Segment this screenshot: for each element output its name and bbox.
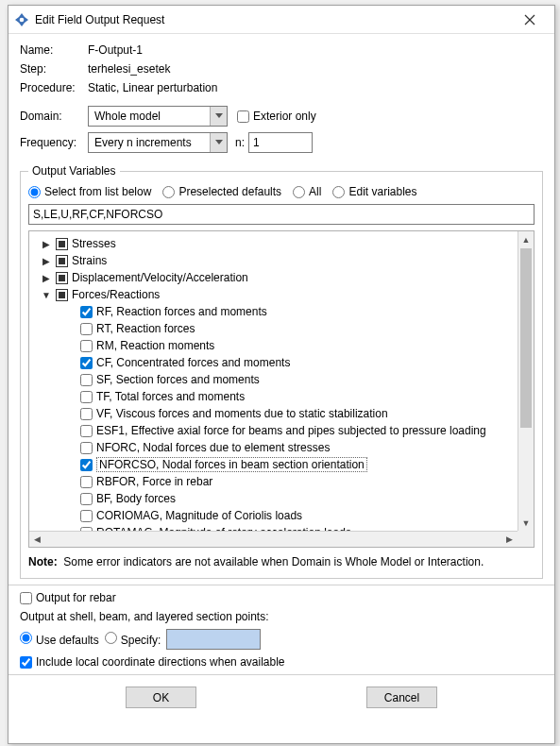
tree-item-label: ESF1, Effective axial force for beams an… [96, 424, 486, 437]
domain-dropdown-text: Whole model [89, 107, 179, 126]
tree-item-checkbox[interactable] [80, 306, 93, 318]
tree-item-label: CF, Concentrated forces and moments [96, 356, 290, 369]
window-title: Edit Field Output Request [35, 13, 511, 26]
tree-item-checkbox[interactable] [80, 391, 93, 403]
tree-item-checkbox[interactable] [80, 425, 93, 437]
tree-item[interactable]: BF, Body forces [80, 490, 516, 507]
tree-item-label: TF, Total forces and moments [96, 390, 245, 403]
tree-category-forces[interactable]: ▼ Forces/Reactions [41, 286, 516, 303]
radio-specify[interactable]: Specify: [105, 632, 161, 647]
collapse-icon: ▼ [41, 290, 52, 300]
tree-viewport[interactable]: ▶ Stresses ▶ Strains ▶ Displacement/Velo… [29, 231, 518, 531]
freq-n-input[interactable] [248, 132, 313, 153]
tree-item[interactable]: VF, Viscous forces and moments due to st… [80, 405, 516, 422]
step-label: Step: [20, 62, 88, 76]
include-local-coord-checkbox[interactable]: Include local coordinate directions when… [20, 655, 537, 669]
cancel-button[interactable]: Cancel [366, 687, 437, 708]
radio-edit-variables[interactable]: Edit variables [332, 185, 416, 198]
specify-field[interactable] [166, 629, 261, 650]
scroll-down-icon: ▼ [518, 515, 534, 531]
domain-dropdown[interactable]: Whole model [88, 106, 228, 127]
tree-item[interactable]: RBFOR, Force in rebar [80, 473, 516, 490]
section-points-heading: Output at shell, beam, and layered secti… [20, 610, 543, 623]
title-bar: Edit Field Output Request [8, 6, 554, 34]
exterior-only-label: Exterior only [253, 110, 316, 123]
tree-item-checkbox[interactable] [80, 493, 93, 505]
output-mode-radios: Select from list below Preselected defau… [28, 185, 535, 198]
tree-item[interactable]: RT, Reaction forces [80, 320, 516, 337]
tree-item-label: NFORC, Nodal forces due to element stres… [96, 441, 330, 454]
tree-item[interactable]: CF, Concentrated forces and moments [80, 354, 516, 371]
tree-item[interactable]: NFORCSO, Nodal forces in beam section or… [80, 456, 516, 473]
svg-marker-4 [215, 113, 223, 118]
procedure-label: Procedure: [20, 81, 88, 94]
frequency-label: Frequency: [20, 136, 88, 149]
expand-icon: ▶ [41, 256, 52, 266]
tree-item[interactable]: RM, Reaction moments [80, 337, 516, 354]
dialog-content: Name: F-Output-1 Step: terhelesi_esetek … [8, 34, 554, 743]
tree-item-label: RT, Reaction forces [96, 322, 195, 335]
name-label: Name: [20, 43, 88, 57]
output-variables-group: Output Variables Select from list below … [20, 164, 543, 579]
step-value: terhelesi_esetek [88, 62, 170, 76]
tree-item-checkbox[interactable] [80, 442, 93, 454]
scrollbar-thumb[interactable] [520, 248, 532, 428]
exterior-only-checkbox[interactable]: Exterior only [237, 110, 316, 123]
tree-category-strains[interactable]: ▶ Strains [41, 252, 516, 269]
horizontal-scrollbar[interactable]: ◀ ▶ [29, 531, 518, 547]
tree-item-checkbox[interactable] [80, 323, 93, 335]
procedure-value: Static, Linear perturbation [88, 81, 217, 94]
ok-button[interactable]: OK [126, 687, 196, 708]
close-icon [524, 14, 535, 25]
radio-use-defaults[interactable]: Use defaults [20, 632, 99, 647]
tree-item-checkbox[interactable] [80, 340, 93, 352]
tree-item[interactable]: NFORC, Nodal forces due to element stres… [80, 439, 516, 456]
tree-item-label: CORIOMAG, Magnitude of Coriolis loads [96, 509, 302, 522]
tree-item-label: RF, Reaction forces and moments [96, 305, 267, 318]
tree-item-label: BF, Body forces [96, 492, 176, 505]
tree-category-stresses[interactable]: ▶ Stresses [41, 235, 516, 252]
tree-item-checkbox[interactable] [80, 459, 93, 471]
tree-item-label: SF, Section forces and moments [96, 373, 260, 386]
radio-select-list[interactable]: Select from list below [28, 185, 151, 198]
expand-icon: ▶ [41, 239, 52, 249]
tree-item-checkbox[interactable] [80, 357, 93, 369]
frequency-dropdown[interactable]: Every n increments [88, 132, 228, 153]
tree-item[interactable]: RF, Reaction forces and moments [80, 303, 516, 320]
tree-item-label: RM, Reaction moments [96, 339, 214, 352]
radio-preselected[interactable]: Preselected defaults [162, 185, 281, 198]
domain-label: Domain: [20, 110, 88, 123]
tree-item[interactable]: TF, Total forces and moments [80, 388, 516, 405]
vertical-scrollbar[interactable]: ▲ ▼ [518, 231, 534, 531]
dialog-buttons: OK Cancel [20, 681, 543, 712]
tree-item-checkbox[interactable] [80, 374, 93, 386]
radio-all[interactable]: All [293, 185, 321, 198]
tree-item-label: RBFOR, Force in rebar [96, 475, 212, 488]
scroll-left-icon: ◀ [29, 532, 45, 547]
svg-point-1 [20, 17, 25, 22]
variable-tree: ▶ Stresses ▶ Strains ▶ Displacement/Velo… [28, 230, 535, 548]
svg-marker-5 [215, 140, 223, 144]
edit-field-output-dialog: Edit Field Output Request Name: F-Output… [8, 5, 555, 744]
frequency-dropdown-text: Every n increments [89, 133, 211, 152]
tree-item[interactable]: CORIOMAG, Magnitude of Coriolis loads [80, 507, 516, 524]
tree-item-checkbox[interactable] [80, 510, 93, 522]
freq-n-label: n: [235, 136, 245, 149]
output-variables-legend: Output Variables [28, 164, 120, 178]
tree-item-checkbox[interactable] [80, 408, 93, 420]
chevron-down-icon [210, 133, 227, 152]
variables-field[interactable] [28, 204, 535, 225]
chevron-down-icon [210, 107, 227, 126]
section-points-row: Use defaults Specify: [20, 629, 543, 650]
name-value: F-Output-1 [88, 43, 143, 57]
close-button[interactable] [511, 7, 549, 33]
app-icon [14, 12, 29, 27]
tree-item-label: VF, Viscous forces and moments due to st… [96, 407, 388, 420]
tree-item[interactable]: ESF1, Effective axial force for beams an… [80, 422, 516, 439]
tree-category-displacement[interactable]: ▶ Displacement/Velocity/Acceleration [41, 269, 516, 286]
tree-item-checkbox[interactable] [80, 476, 93, 488]
output-for-rebar-checkbox[interactable]: Output for rebar [20, 591, 537, 604]
tree-item[interactable]: ROTAMAG, Magnitude of rotary acceleratio… [80, 524, 516, 531]
tristate-checkbox-icon [56, 272, 68, 284]
tree-item[interactable]: SF, Section forces and moments [80, 371, 516, 388]
